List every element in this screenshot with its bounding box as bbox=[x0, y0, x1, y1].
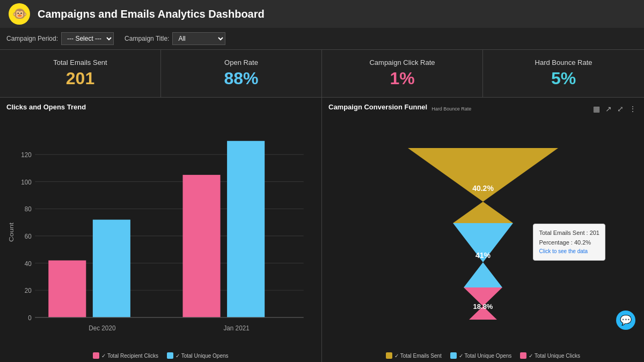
svg-text:40.2%: 40.2% bbox=[472, 184, 494, 193]
kpi-value: 5% bbox=[551, 69, 576, 88]
svg-text:40: 40 bbox=[25, 260, 32, 268]
app-logo: 🐵 bbox=[9, 3, 30, 25]
kpi-label: Open Rate bbox=[224, 58, 258, 67]
period-filter-group: Campaign Period: --- Select --- Dec 2020… bbox=[6, 32, 114, 45]
svg-rect-18 bbox=[182, 175, 220, 317]
tooltip-line2: Percentage : 40.2% bbox=[539, 238, 599, 248]
funnel-area: 40.2%41%18.8% Total Emails Sent : 201 Pe… bbox=[328, 116, 638, 351]
svg-text:Jan 2021: Jan 2021 bbox=[224, 324, 250, 333]
kpi-value: 1% bbox=[390, 69, 414, 88]
kpi-value: 201 bbox=[66, 69, 94, 88]
funnel-icon-buttons: ▦ ↗ ⤢ ⋮ bbox=[592, 105, 638, 113]
chat-bubble-button[interactable]: 💬 bbox=[616, 311, 635, 330]
funnel-legend-color bbox=[386, 352, 392, 359]
svg-text:20: 20 bbox=[25, 286, 32, 294]
bar-chart-svg: 020406080100120CountDec 2020Jan 2021 bbox=[6, 114, 315, 350]
funnel-tooltip: Total Emails Sent : 201 Percentage : 40.… bbox=[533, 224, 605, 261]
legend-color bbox=[93, 352, 99, 359]
tooltip-link[interactable]: Click to see the data bbox=[539, 247, 599, 256]
funnel-legend-color bbox=[520, 352, 526, 359]
svg-text:Count: Count bbox=[8, 223, 15, 242]
legend-label: ✓ Total Unique Opens bbox=[175, 353, 228, 359]
bar-chart-area: 020406080100120CountDec 2020Jan 2021 bbox=[6, 114, 315, 350]
bar-chart-panel: Clicks and Opens Trend 020406080100120Co… bbox=[0, 98, 322, 362]
svg-text:80: 80 bbox=[25, 205, 32, 213]
funnel-legend-label: ✓ Total Unique Clicks bbox=[529, 353, 580, 359]
bar-legend-item: ✓ Total Unique Opens bbox=[167, 352, 228, 359]
app-title: Campaigns and Emails Analytics Dashboard bbox=[38, 8, 265, 20]
svg-text:41%: 41% bbox=[475, 251, 491, 260]
svg-text:Dec 2020: Dec 2020 bbox=[89, 324, 115, 333]
tooltip-line1: Total Emails Sent : 201 bbox=[539, 228, 599, 238]
funnel-header: Campaign Conversion Funnel Hard Bounce R… bbox=[328, 103, 638, 114]
svg-text:100: 100 bbox=[21, 178, 32, 186]
expand-button[interactable]: ⤢ bbox=[616, 105, 625, 113]
chat-icon: 💬 bbox=[620, 314, 632, 326]
title-label: Campaign Title: bbox=[125, 35, 169, 42]
kpi-row: Total Emails Sent 201 Open Rate 88% Camp… bbox=[0, 49, 644, 98]
kpi-label: Campaign Click Rate bbox=[369, 58, 435, 67]
kpi-value: 88% bbox=[224, 69, 258, 88]
kpi-label: Total Emails Sent bbox=[53, 58, 107, 67]
filters-bar: Campaign Period: --- Select --- Dec 2020… bbox=[0, 28, 644, 49]
funnel-subtitle: Hard Bounce Rate bbox=[431, 106, 471, 112]
export-button[interactable]: ↗ bbox=[604, 105, 613, 113]
kpi-card: Total Emails Sent 201 bbox=[0, 50, 161, 97]
title-select[interactable]: All Campaign 1 Campaign 2 bbox=[172, 32, 225, 45]
period-label: Campaign Period: bbox=[6, 35, 58, 42]
svg-rect-16 bbox=[93, 220, 130, 317]
funnel-legend-label: ✓ Total Emails Sent bbox=[394, 353, 442, 359]
bar-view-button[interactable]: ▦ bbox=[592, 105, 601, 113]
svg-rect-15 bbox=[48, 261, 86, 317]
svg-rect-19 bbox=[227, 141, 265, 317]
app-header: 🐵 Campaigns and Emails Analytics Dashboa… bbox=[0, 0, 644, 28]
kpi-card: Hard Bounce Rate 5% bbox=[483, 50, 644, 97]
svg-text:120: 120 bbox=[21, 151, 32, 159]
kpi-label: Hard Bounce Rate bbox=[535, 58, 592, 67]
legend-label: ✓ Total Recipient Clicks bbox=[101, 353, 158, 359]
bar-chart-title: Clicks and Opens Trend bbox=[6, 103, 315, 111]
bar-legend: ✓ Total Recipient Clicks ✓ Total Unique … bbox=[6, 352, 315, 359]
funnel-legend-color bbox=[450, 352, 457, 359]
svg-text:18.8%: 18.8% bbox=[473, 302, 493, 311]
kpi-card: Open Rate 88% bbox=[161, 50, 322, 97]
funnel-legend-item: ✓ Total Unique Clicks bbox=[520, 352, 580, 359]
funnel-legend-item: ✓ Total Emails Sent bbox=[386, 352, 442, 359]
svg-text:60: 60 bbox=[25, 232, 32, 240]
title-filter-group: Campaign Title: All Campaign 1 Campaign … bbox=[125, 32, 225, 45]
funnel-chart-title: Campaign Conversion Funnel bbox=[328, 103, 427, 111]
funnel-chart-panel: Campaign Conversion Funnel Hard Bounce R… bbox=[322, 98, 644, 362]
kpi-card: Campaign Click Rate 1% bbox=[322, 50, 483, 97]
more-button[interactable]: ⋮ bbox=[628, 105, 638, 113]
svg-text:0: 0 bbox=[28, 314, 32, 322]
funnel-title-area: Campaign Conversion Funnel Hard Bounce R… bbox=[328, 103, 471, 114]
funnel-legend-label: ✓ Total Unique Opens bbox=[459, 353, 511, 359]
charts-row: Clicks and Opens Trend 020406080100120Co… bbox=[0, 98, 644, 362]
period-select[interactable]: --- Select --- Dec 2020 Jan 2021 bbox=[61, 32, 114, 45]
mailchimp-icon: 🐵 bbox=[12, 7, 27, 21]
funnel-legend: ✓ Total Emails Sent ✓ Total Unique Opens… bbox=[328, 352, 638, 359]
legend-color bbox=[167, 352, 173, 359]
funnel-legend-item: ✓ Total Unique Opens bbox=[450, 352, 511, 359]
bar-legend-item: ✓ Total Recipient Clicks bbox=[93, 352, 158, 359]
